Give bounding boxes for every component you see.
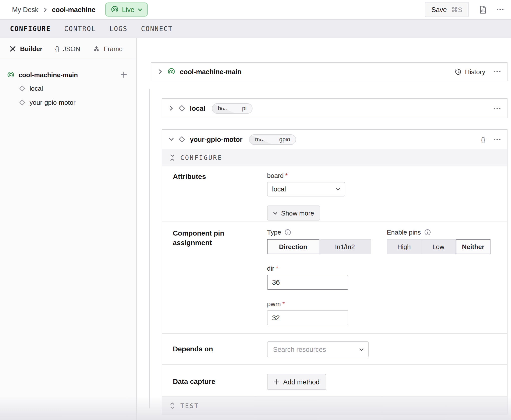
pwm-label: pwm	[267, 300, 281, 308]
dir-input[interactable]	[267, 275, 348, 290]
tree-item-your-gpio-motor[interactable]: your-gpio-motor	[19, 95, 127, 109]
motor-more-button[interactable]	[494, 139, 500, 140]
diamond-icon	[19, 99, 26, 106]
info-icon[interactable]	[285, 229, 291, 236]
expand-local-button[interactable]	[169, 106, 174, 111]
tree-item-machine[interactable]: cool-machine-main	[7, 68, 127, 81]
braces-icon: {}	[55, 45, 59, 53]
machine-status-badge[interactable]: Live	[105, 3, 148, 17]
required-marker: *	[276, 265, 278, 272]
type-option-direction[interactable]: Direction	[267, 239, 319, 254]
local-card-title: local	[190, 104, 205, 112]
file-chart-icon	[479, 5, 486, 14]
json-toggle-button[interactable]: {}	[481, 136, 485, 143]
chevron-down-icon	[273, 211, 278, 215]
tree-item-local[interactable]: local	[19, 81, 127, 95]
tab-configure[interactable]: CONFIGURE	[10, 25, 51, 32]
test-section-bar[interactable]: TEST	[162, 396, 507, 414]
view-json[interactable]: {} JSON	[55, 45, 80, 53]
local-card-header: local board pi	[162, 99, 507, 118]
pin-assignment-heading: Component pin assignment	[173, 229, 267, 333]
chevron-down-icon	[138, 7, 143, 12]
required-marker: *	[285, 172, 288, 179]
view-builder[interactable]: Builder	[9, 45, 43, 53]
part-card-title: cool-machine-main	[180, 68, 241, 75]
diamond-icon	[178, 105, 185, 112]
type-option-in1in2[interactable]: In1/In2	[319, 239, 371, 254]
topbar: My Desk cool-machine Live Save ⌘S	[0, 0, 511, 20]
status-label: Live	[122, 6, 135, 13]
depends-on-search-input[interactable]	[272, 345, 352, 354]
view-frame[interactable]: Frame	[93, 45, 122, 53]
part-card: cool-machine-main History	[151, 62, 507, 81]
topbar-actions: Save ⌘S	[425, 2, 503, 17]
enable-pins-label: Enable pins	[387, 229, 421, 236]
pwm-input[interactable]	[267, 310, 348, 325]
enable-pins-toggle-group: High Low Neither	[387, 239, 490, 254]
resource-type-badge: board pi	[212, 103, 253, 114]
chevron-down-icon	[336, 187, 340, 191]
diamond-icon	[178, 136, 185, 143]
plus-icon	[120, 71, 127, 78]
tab-logs[interactable]: LOGS	[109, 25, 127, 32]
resource-type-badge: motor gpio	[249, 134, 296, 145]
history-icon	[454, 68, 462, 75]
chevron-right-icon	[169, 106, 174, 111]
enable-option-low[interactable]: Low	[421, 239, 456, 254]
more-menu-button[interactable]	[497, 9, 503, 10]
sidebar: Builder {} JSON Frame	[0, 38, 137, 420]
tree-machine-label: cool-machine-main	[19, 71, 78, 78]
ellipsis-icon	[494, 71, 500, 72]
board-label: board	[267, 172, 284, 179]
history-button[interactable]: History	[454, 68, 485, 75]
info-icon[interactable]	[424, 229, 431, 236]
depends-on-select[interactable]	[267, 341, 369, 357]
type-toggle-group: Direction In1/In2	[267, 239, 371, 254]
part-card-actions: History	[454, 68, 500, 75]
board-select-value: local	[272, 185, 286, 193]
tab-connect[interactable]: CONNECT	[141, 25, 173, 32]
collapse-motor-button[interactable]	[169, 137, 174, 142]
board-select[interactable]: local	[267, 182, 345, 196]
depends-on-heading: Depends on	[173, 344, 267, 364]
breadcrumb: My Desk cool-machine	[12, 6, 95, 13]
badge-model: gpio	[275, 135, 296, 144]
content-area: Builder {} JSON Frame	[0, 38, 511, 420]
add-method-button[interactable]: Add method	[267, 374, 326, 390]
broadcast-icon	[167, 68, 175, 76]
pin-assignment-section: Component pin assignment Type	[162, 222, 507, 333]
show-more-button[interactable]: Show more	[267, 205, 320, 221]
save-shortcut: ⌘S	[451, 6, 462, 13]
resource-tree: cool-machine-main local your-gpio-motor	[0, 60, 136, 109]
chevron-right-icon	[158, 69, 163, 74]
chevron-down-icon	[359, 347, 364, 352]
tree-item-label: local	[30, 84, 43, 92]
app-window: My Desk cool-machine Live Save ⌘S	[0, 0, 511, 420]
data-capture-section: Data capture Add method	[162, 364, 507, 396]
machine-report-button[interactable]	[479, 5, 486, 14]
tab-control[interactable]: CONTROL	[64, 25, 96, 32]
broadcast-icon	[110, 6, 118, 14]
attributes-section: Attributes board * local	[162, 166, 507, 222]
ellipsis-icon	[494, 139, 500, 140]
part-more-button[interactable]	[494, 71, 500, 72]
badge-type: motor	[249, 135, 275, 144]
motor-card-header: your-gpio-motor motor gpio {}	[162, 130, 507, 149]
collapse-icon	[170, 154, 175, 161]
local-more-button[interactable]	[494, 108, 500, 109]
badge-model: pi	[237, 103, 252, 113]
expand-part-button[interactable]	[158, 69, 163, 74]
data-capture-heading: Data capture	[173, 377, 267, 396]
diamond-icon	[19, 85, 26, 91]
breadcrumb-parent-link[interactable]: My Desk	[12, 6, 38, 13]
tree-guide-line	[149, 89, 150, 408]
motor-config-form: Attributes board * local	[162, 166, 507, 396]
save-button[interactable]: Save ⌘S	[425, 2, 469, 17]
ellipsis-icon	[497, 9, 503, 10]
dir-label: dir	[267, 265, 274, 272]
enable-option-high[interactable]: High	[387, 239, 421, 254]
enable-option-neither[interactable]: Neither	[456, 239, 490, 254]
type-label: Type	[267, 229, 281, 236]
add-resource-button[interactable]	[120, 71, 127, 78]
configure-section-bar[interactable]: CONFIGURE	[162, 149, 507, 166]
